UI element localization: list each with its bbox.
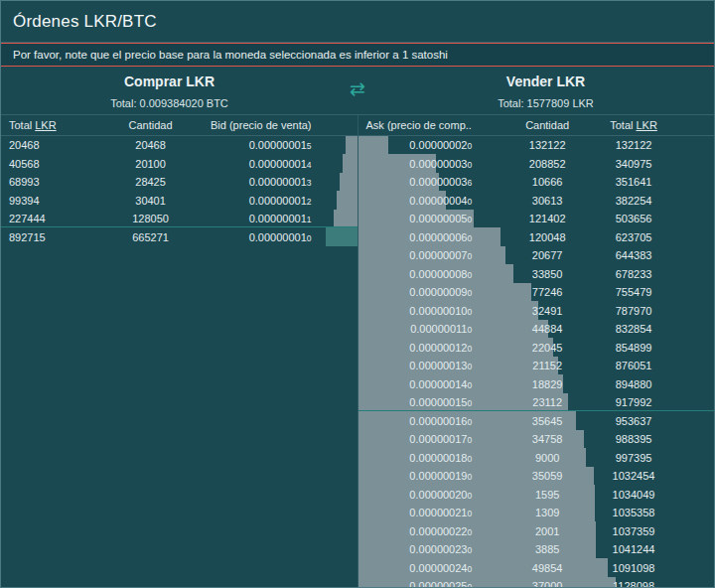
sell-order-row[interactable]: 0.000000250370001128098 <box>358 577 715 587</box>
sell-order-row[interactable]: 0.000000240498541091098 <box>358 558 715 577</box>
sell-col-ask: Ask (precio de comp... <box>358 119 473 131</box>
sell-price-main: 0.00000017 <box>409 433 467 445</box>
sell-price-cell: 0.000000180 <box>358 452 473 464</box>
sell-price-main: 0.00000019 <box>409 470 467 482</box>
sell-quantity-cell: 1595 <box>472 489 593 501</box>
sell-order-row[interactable]: 0.00000013021152876051 <box>358 357 715 375</box>
sell-order-row[interactable]: 0.00000004030613382254 <box>358 191 715 210</box>
sell-quantity-cell: 20677 <box>472 249 593 261</box>
sell-price-main: 0.00000003 <box>409 176 467 188</box>
buy-col-total: TotalLKR <box>1 119 100 131</box>
sell-quantity-cell: 22045 <box>472 342 593 354</box>
sell-order-row[interactable]: 0.00000008033850678233 <box>358 264 715 283</box>
sell-quantity-cell: 35059 <box>472 470 593 482</box>
sell-order-row[interactable]: 0.00000022020011037359 <box>358 521 715 540</box>
sell-order-row[interactable]: 0.00000011044884832854 <box>358 320 715 339</box>
sell-price-main: 0.00000007 <box>409 249 467 261</box>
buy-order-row[interactable]: 40568201000.000000014 <box>1 154 358 173</box>
buy-quantity-cell: 30401 <box>100 195 200 207</box>
sell-price-cell: 0.000000150 <box>358 396 473 408</box>
sell-order-row[interactable]: 0.00000021013091035358 <box>358 504 715 522</box>
buy-price-cell: 0.000000014 <box>201 158 358 170</box>
sell-total-cell: 1032454 <box>593 470 714 482</box>
sell-order-row[interactable]: 0.00000012022045854899 <box>358 338 715 357</box>
sell-title: Vender LKR <box>377 74 714 89</box>
sell-total-cell: 988395 <box>593 433 714 445</box>
sell-quantity-cell: 32491 <box>472 305 593 317</box>
buy-quantity-cell: 28425 <box>100 176 200 188</box>
sell-quantity-cell: 3885 <box>472 543 593 555</box>
buy-order-row[interactable]: 68993284250.000000013 <box>1 173 358 192</box>
sell-price-main: 0.00000023 <box>409 543 467 555</box>
buy-total: Total: 0.009384020 BTC <box>1 97 338 109</box>
sell-price-cell: 0.000000090 <box>358 286 473 298</box>
sell-col-total-link[interactable]: LKR <box>636 119 656 131</box>
sell-order-row[interactable]: 0.0000001809000997395 <box>358 448 715 467</box>
sell-quantity-cell: 2001 <box>472 525 593 537</box>
sell-quantity-cell: 120048 <box>472 231 593 243</box>
sell-order-row[interactable]: 0.000000060120048623705 <box>358 227 715 246</box>
summary-row: Comprar LKR Total: 0.009384020 BTC ⇄ Ven… <box>1 67 714 114</box>
sell-order-row[interactable]: 0.00000010032491787970 <box>358 301 715 320</box>
buy-col-total-label: Total <box>9 119 32 131</box>
sell-price-main: 0.00000002 <box>409 139 467 151</box>
titlebar: Órdenes LKR/BTC <box>1 1 714 43</box>
sell-total-cell: 1091098 <box>593 562 714 574</box>
sell-order-row[interactable]: 0.000000190350591032454 <box>358 467 715 486</box>
notice-text: Por favor, note que el precio base para … <box>13 49 448 61</box>
sell-price-cell: 0.000000130 <box>358 360 473 371</box>
buy-order-row[interactable]: 99394304010.000000012 <box>1 191 358 210</box>
buy-price-main: 0.00000001 <box>249 139 307 151</box>
buy-col-quantity: Cantidad <box>100 119 200 131</box>
buy-total-cell: 99394 <box>1 195 100 207</box>
sell-price-cell: 0.000000210 <box>358 507 473 518</box>
sell-order-row[interactable]: 0.00000023038851041244 <box>358 540 715 559</box>
sell-order-row[interactable]: 0.00000007020677644383 <box>358 246 715 265</box>
buy-quantity-cell: 20468 <box>100 139 200 151</box>
sell-total-cell: 876051 <box>593 360 714 371</box>
buy-total-cell: 892715 <box>1 231 100 243</box>
buy-header-row: TotalLKR Cantidad Bid (precio de venta) <box>1 115 358 136</box>
sell-order-row[interactable]: 0.00000016035645953637 <box>358 411 715 430</box>
buy-order-row[interactable]: 8927156652710.000000010 <box>1 227 358 246</box>
sell-quantity-cell: 30613 <box>472 195 593 207</box>
sell-price-cell: 0.000000170 <box>358 433 473 445</box>
sell-quantity-cell: 44884 <box>472 323 593 335</box>
sell-order-row[interactable]: 0.00000003610666351641 <box>358 173 715 192</box>
sell-quantity-cell: 21152 <box>472 360 593 371</box>
buy-quantity-cell: 20100 <box>100 158 200 170</box>
sell-total-cell: 894880 <box>593 378 714 390</box>
buy-price-main: 0.00000001 <box>249 158 307 170</box>
buy-quantity-cell: 665271 <box>100 231 200 243</box>
orders-window: Órdenes LKR/BTC Por favor, note que el p… <box>0 0 715 588</box>
sell-quantity-cell: 132122 <box>472 139 593 151</box>
sell-order-row[interactable]: 0.00000009077246755479 <box>358 283 715 302</box>
sell-quantity-cell: 9000 <box>472 452 593 464</box>
sell-order-row[interactable]: 0.000000020132122132122 <box>358 136 715 155</box>
buy-quantity-cell: 128050 <box>100 213 200 224</box>
buy-price-main: 0.00000001 <box>249 231 307 243</box>
sell-order-row[interactable]: 0.000000050121402503656 <box>358 210 715 228</box>
buy-price-subdigit: 5 <box>307 141 312 151</box>
buy-rows: 20468204680.00000001540568201000.0000000… <box>1 136 358 587</box>
sell-order-row[interactable]: 0.00000015023112917992 <box>358 393 715 412</box>
notice-bar: Por favor, note que el precio base para … <box>1 43 714 67</box>
buy-price-subdigit: 1 <box>307 215 312 224</box>
sell-quantity-cell: 18829 <box>472 378 593 390</box>
sell-order-row[interactable]: 0.00000017034758988395 <box>358 430 715 449</box>
buy-summary: Comprar LKR Total: 0.009384020 BTC <box>1 74 338 109</box>
swap-arrows-icon[interactable]: ⇄ <box>338 79 377 98</box>
buy-col-total-link[interactable]: LKR <box>35 119 56 131</box>
sell-total-cell: 382254 <box>593 195 714 207</box>
buy-price-cell: 0.000000015 <box>201 139 358 151</box>
sell-order-row[interactable]: 0.000000030208852340975 <box>358 154 715 173</box>
sell-order-row[interactable]: 0.00000014018829894880 <box>358 374 715 393</box>
buy-order-row[interactable]: 20468204680.000000015 <box>1 136 358 155</box>
buy-price-main: 0.00000001 <box>249 176 307 188</box>
sell-order-row[interactable]: 0.00000020015951034049 <box>358 485 715 504</box>
buy-table: TotalLKR Cantidad Bid (precio de venta) … <box>1 115 358 587</box>
sell-col-total-label: Total <box>610 119 633 131</box>
sell-total-cell: 623705 <box>593 231 714 243</box>
buy-order-row[interactable]: 2274441280500.000000011 <box>1 210 358 228</box>
sell-price-main: 0.00000025 <box>409 580 467 587</box>
